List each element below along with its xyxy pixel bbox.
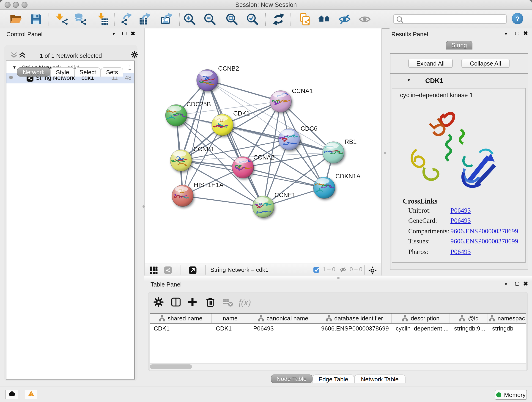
zoom-in-icon[interactable] [182, 12, 197, 27]
gene-name: CDK1 [425, 77, 443, 84]
collapse-results-panel-icon[interactable]: ▼ [504, 32, 508, 36]
crosslink-link[interactable]: P06493 [450, 206, 471, 214]
show-hidden-icon[interactable] [357, 12, 372, 27]
gene-section-header[interactable]: ▼ CDK1 [390, 74, 528, 88]
first-neighbors-icon[interactable] [317, 12, 332, 27]
column-header-namespac[interactable]: namespac [488, 313, 526, 323]
scrollbar-thumb[interactable] [150, 364, 192, 369]
table-cell[interactable]: stringdb [488, 323, 526, 334]
attribute-settings-icon[interactable] [153, 296, 165, 308]
table-cell[interactable]: P06493 [249, 323, 317, 334]
network-node[interactable]: CCNA1 [270, 88, 313, 112]
collapse-control-panel-icon[interactable]: ▼ [112, 32, 116, 36]
network-edge[interactable] [183, 80, 207, 196]
table-cell[interactable]: CDK1 [150, 323, 212, 334]
refresh-view-icon[interactable] [271, 12, 286, 27]
delete-column-icon[interactable] [205, 296, 216, 308]
right-splitter-handle[interactable] [384, 152, 386, 154]
save-session-icon[interactable] [29, 12, 43, 27]
column-header-shared-name[interactable]: shared name [150, 313, 212, 323]
tab-network-table[interactable]: Network Table [354, 375, 405, 383]
network-node-label: HIST1H1A [194, 182, 223, 188]
close-results-panel-icon[interactable]: ✖ [523, 30, 528, 36]
table-cell[interactable]: 9606.ENSP00000378699 [317, 323, 392, 334]
float-control-panel-icon[interactable] [122, 32, 126, 35]
hidden-count: 0 – 0 [350, 266, 362, 273]
left-splitter-handle[interactable] [143, 205, 145, 207]
table-row[interactable]: CDK1CDK1P064939606.ENSP00000378699cyclin… [150, 323, 526, 334]
tab-string[interactable]: String [446, 41, 472, 49]
warnings-button[interactable] [25, 390, 38, 399]
table-cell[interactable]: stringdb:9... [450, 323, 488, 334]
column-header-canonical-name[interactable]: canonical name [249, 313, 317, 323]
crosslink-link[interactable]: 9606.ENSP00000378699 [450, 227, 518, 235]
import-network-from-file-icon[interactable] [55, 12, 70, 27]
network-node[interactable]: CCNE1 [253, 191, 296, 217]
show-column-icon[interactable] [170, 296, 182, 308]
export-network-icon[interactable] [119, 12, 134, 27]
export-image-icon[interactable] [160, 12, 175, 27]
zoom-fit-content-icon[interactable] [225, 12, 239, 27]
tab-style[interactable]: Style [51, 67, 75, 77]
close-control-panel-icon[interactable]: ✖ [131, 30, 135, 36]
search-input[interactable] [393, 14, 507, 24]
crosslink-link[interactable]: P06493 [450, 217, 471, 225]
close-table-panel-icon[interactable]: ✖ [523, 280, 528, 287]
bottom-splitter-handle[interactable] [337, 277, 339, 279]
network-birdseye-icon[interactable] [164, 266, 172, 274]
network-edge[interactable] [183, 196, 263, 207]
tab-select[interactable]: Select [75, 67, 101, 77]
horizontal-scrollbar[interactable] [150, 363, 526, 370]
delete-table-icon[interactable] [222, 296, 234, 308]
cloud-button[interactable] [5, 390, 18, 399]
network-node[interactable]: RB1 [323, 138, 357, 163]
column-header-name[interactable]: name [212, 313, 249, 323]
crosshair-icon[interactable] [368, 266, 376, 274]
network-edge[interactable] [207, 80, 281, 101]
memory-label: Memory [504, 391, 526, 398]
import-network-from-database-icon[interactable] [73, 12, 88, 27]
tab-network[interactable]: Network [17, 67, 51, 77]
crosslink-link[interactable]: 9606.ENSP00000378699 [450, 237, 518, 245]
network-node[interactable]: HIST1H1A [172, 182, 223, 206]
float-results-panel-icon[interactable] [515, 32, 519, 35]
tab-edge-table[interactable]: Edge Table [312, 375, 354, 383]
collapse-all-button[interactable]: Collapse All [462, 59, 510, 68]
network-node-label: CDC6 [301, 125, 317, 132]
tab-node-table[interactable]: Node Table [271, 375, 312, 383]
column-header--id[interactable]: @id [450, 313, 488, 323]
expand-all-button[interactable]: Expand All [408, 59, 453, 68]
collapse-gene-icon[interactable]: ▼ [407, 78, 411, 82]
collapse-table-panel-icon[interactable]: ▼ [504, 282, 508, 287]
column-header-description[interactable]: description [392, 313, 450, 323]
tab-sets[interactable]: Sets [101, 67, 123, 77]
network-graph[interactable]: CCNB2 CCNA1 CDC25B CDK1 CDC6 RB1 CCNB1 C… [145, 28, 381, 264]
network-view[interactable]: CCNB2 CCNA1 CDC25B CDK1 CDC6 RB1 CCNB1 C… [144, 28, 382, 275]
export-view-icon[interactable] [189, 266, 196, 274]
network-node[interactable]: CDKN1A [313, 173, 361, 198]
tree-row-edge-count: 48 [125, 74, 132, 81]
column-header-database-identifier[interactable]: database identifier [317, 313, 392, 323]
selected-nodes-checkbox[interactable] [313, 267, 319, 273]
table-cell[interactable]: cyclin–dependent ... [392, 323, 450, 334]
memory-button[interactable]: Memory [495, 390, 527, 400]
network-options-gear-icon[interactable] [131, 51, 138, 60]
float-table-panel-icon[interactable] [515, 282, 519, 286]
grid-view-icon[interactable] [150, 266, 158, 274]
hide-selected-icon[interactable] [337, 12, 352, 27]
crosslink-label: Pharos: [408, 248, 428, 255]
create-column-icon[interactable] [187, 296, 199, 308]
zoom-out-icon[interactable] [202, 12, 217, 27]
help-button[interactable]: ? [512, 13, 523, 24]
table-cell[interactable]: CDK1 [212, 323, 249, 334]
application-window: Session: New Session ? Control Panel ▼ ✖… [0, 0, 532, 402]
open-session-icon[interactable] [9, 12, 23, 27]
import-table-from-file-icon[interactable] [95, 12, 110, 27]
memory-status-dot [496, 392, 501, 397]
clone-network-view-icon[interactable] [298, 12, 312, 27]
crosslink-link[interactable]: P06493 [450, 248, 471, 255]
results-panel-title: Results Panel [391, 31, 428, 37]
tree-expander-icon[interactable]: ▼ [12, 65, 17, 70]
zoom-selected-icon[interactable] [245, 12, 260, 27]
export-table-icon[interactable] [138, 12, 152, 27]
